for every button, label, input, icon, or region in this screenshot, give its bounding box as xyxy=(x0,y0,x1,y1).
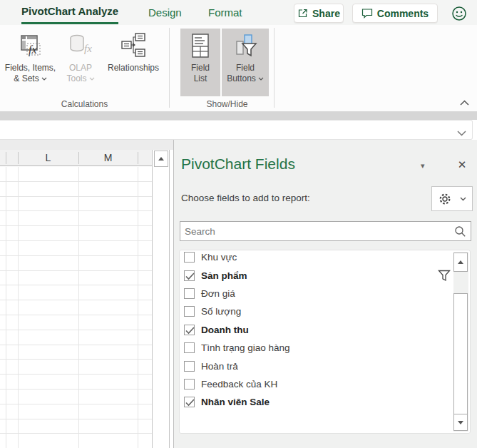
field-list-icon xyxy=(190,31,211,60)
share-icon xyxy=(297,8,308,19)
field-row[interactable]: Hoàn trả xyxy=(180,357,470,375)
field-buttons-label-2: Buttons xyxy=(227,73,256,84)
field-checkbox[interactable] xyxy=(184,288,195,299)
ribbon-tab-bar: PivotChart Analyze Design Format Share C… xyxy=(0,0,477,25)
scroll-up-button[interactable] xyxy=(154,151,168,167)
search-icon[interactable] xyxy=(454,225,466,238)
choose-fields-label: Choose fields to add to report: xyxy=(181,193,310,203)
chevron-down-icon xyxy=(460,197,466,201)
tab-pivotchart-analyze[interactable]: PivotChart Analyze xyxy=(21,0,118,24)
field-list-box: Khu vực Sản phẩm Đơn giá xyxy=(179,250,471,434)
expand-formula-bar-button[interactable] xyxy=(457,126,466,139)
field-label: Doanh thu xyxy=(201,325,249,335)
olap-tools-icon: fx xyxy=(66,31,96,60)
column-header-row[interactable]: L M xyxy=(0,150,152,166)
checkmark-icon xyxy=(185,399,195,407)
relationships-label: Relationships xyxy=(108,63,159,73)
column-gridline xyxy=(18,167,19,448)
relationships-icon xyxy=(118,31,148,61)
pivotchart-fields-pane: PivotChart Fields ▾ ✕ Choose fields to a… xyxy=(173,140,477,448)
field-checkbox[interactable] xyxy=(184,361,195,372)
column-header-M[interactable]: M xyxy=(78,150,138,166)
field-list-scrollbar[interactable] xyxy=(453,252,468,432)
column-gridline xyxy=(138,167,138,448)
field-label: Feedback của KH xyxy=(201,379,277,390)
chevron-down-icon xyxy=(89,77,95,81)
field-label: Nhân viên Sale xyxy=(201,397,270,407)
field-list-label-2: List xyxy=(194,73,207,84)
field-buttons-icon xyxy=(232,31,258,60)
olap-tools-button: fx OLAP Tools xyxy=(61,29,100,97)
field-label: Sản phẩm xyxy=(201,270,247,281)
sheet-cells[interactable] xyxy=(0,167,152,448)
field-row[interactable]: Sản phẩm xyxy=(180,266,470,284)
fields-items-sets-label-2: & Sets xyxy=(14,73,39,84)
search-input[interactable] xyxy=(180,222,450,240)
sheet-top-band xyxy=(0,140,173,150)
field-list-label-1: Field xyxy=(191,63,210,73)
field-checkbox[interactable] xyxy=(184,270,195,281)
group-label-calculations: Calculations xyxy=(0,99,169,109)
scrollbar-thumb[interactable] xyxy=(453,293,468,416)
collapse-ribbon-button[interactable] xyxy=(456,96,472,109)
smiley-icon xyxy=(451,5,468,22)
chevron-down-icon xyxy=(41,77,47,81)
sheet-vertical-scrollbar[interactable] xyxy=(152,150,170,448)
formula-bar[interactable] xyxy=(0,120,473,140)
tab-design[interactable]: Design xyxy=(148,0,182,24)
field-row[interactable]: Nhân viên Sale xyxy=(180,393,470,411)
fields-items-sets-label-1: Fields, Items, xyxy=(5,63,56,73)
column-gridline xyxy=(78,167,79,448)
field-checkbox[interactable] xyxy=(184,325,195,335)
pane-options-caret[interactable]: ▾ xyxy=(421,161,425,170)
group-label-showhide: Show/Hide xyxy=(180,99,274,109)
field-row[interactable]: Đơn giá xyxy=(180,285,470,302)
field-checkbox[interactable] xyxy=(184,397,195,407)
field-checkbox[interactable] xyxy=(184,379,195,390)
field-checkbox[interactable] xyxy=(184,252,195,263)
column-gridline xyxy=(6,167,6,448)
worksheet-area[interactable]: L M xyxy=(0,150,173,448)
comments-label: Comments xyxy=(377,8,429,19)
column-header-L[interactable]: L xyxy=(18,150,78,166)
olap-tools-label-2: Tools xyxy=(66,73,86,84)
feedback-smiley-button[interactable] xyxy=(448,3,470,24)
chevron-down-icon xyxy=(258,77,264,81)
field-list-items: Khu vực Sản phẩm Đơn giá xyxy=(180,250,470,412)
field-label: Số lượng xyxy=(201,306,241,317)
field-row[interactable]: Doanh thu xyxy=(180,321,470,339)
triangle-up-icon xyxy=(458,260,463,264)
field-buttons-label-1: Field xyxy=(236,63,255,73)
scroll-down-button[interactable] xyxy=(453,414,468,431)
field-checkbox[interactable] xyxy=(184,306,195,317)
relationships-button[interactable]: Relationships xyxy=(100,29,167,97)
field-list-toggle-button[interactable]: Field List xyxy=(180,29,220,96)
field-row[interactable]: Khu vực xyxy=(180,250,470,266)
field-label: Tình trạng giao hàng xyxy=(201,342,290,353)
excel-window: PivotChart Analyze Design Format Share C… xyxy=(0,0,477,448)
field-label: Hoàn trả xyxy=(201,361,238,372)
field-row[interactable]: Feedback của KH xyxy=(180,375,470,393)
field-label: Khu vực xyxy=(201,252,237,263)
tools-split-button[interactable] xyxy=(431,186,473,211)
pane-close-button[interactable]: ✕ xyxy=(456,158,468,171)
field-row[interactable]: Tình trạng giao hàng xyxy=(180,339,470,357)
tab-format[interactable]: Format xyxy=(208,0,242,24)
field-row[interactable]: Số lượng xyxy=(180,302,470,320)
ribbon-group-separator xyxy=(274,28,275,108)
gear-icon xyxy=(438,192,452,206)
comments-button[interactable]: Comments xyxy=(352,4,438,23)
chevron-up-icon xyxy=(460,100,469,106)
scroll-up-button[interactable] xyxy=(453,253,468,272)
field-buttons-toggle-button[interactable]: Field Buttons xyxy=(222,29,269,96)
share-button[interactable]: Share xyxy=(294,4,344,23)
share-label: Share xyxy=(312,8,340,19)
chevron-down-icon xyxy=(457,131,466,136)
fields-items-sets-icon: fx xyxy=(16,31,45,60)
column-gridline xyxy=(6,152,6,164)
ribbon: fx Fields, Items, & Sets fx OLAP xyxy=(0,25,477,111)
svg-text:fx: fx xyxy=(29,44,37,56)
fields-items-sets-button[interactable]: fx Fields, Items, & Sets xyxy=(0,29,61,97)
filter-icon[interactable] xyxy=(438,270,451,282)
field-checkbox[interactable] xyxy=(184,342,195,353)
